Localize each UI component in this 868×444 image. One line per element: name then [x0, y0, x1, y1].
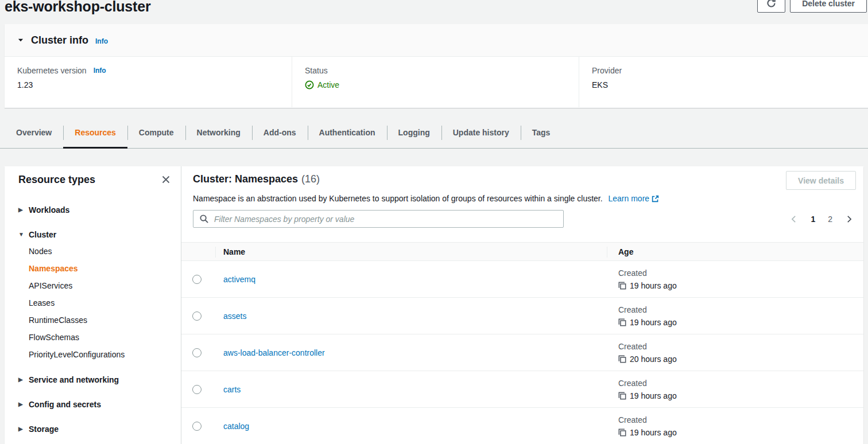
row-radio-aws-load-balancer-controller[interactable] [192, 348, 202, 357]
pagination-pages: 12 [807, 213, 836, 225]
provider-value: EKS [592, 80, 868, 89]
namespace-link-carts[interactable]: carts [223, 385, 241, 394]
namespaces-table-body: activemqCreated19 hours agoassetsCreated… [181, 261, 863, 444]
cluster-info-info-link[interactable]: Info [95, 37, 108, 45]
tab-add-ons[interactable]: Add-ons [252, 117, 308, 148]
tree-item-prioritylevelconfigurations[interactable]: PriorityLevelConfigurations [5, 350, 181, 360]
tab-tags[interactable]: Tags [521, 117, 562, 148]
resource-tree: ▶Workloads▼ClusterNodesNamespacesAPIServ… [5, 205, 181, 434]
tab-compute[interactable]: Compute [127, 117, 185, 148]
caret-right-icon: ▶ [18, 207, 24, 213]
table-row-aws-load-balancer-controller: aws-load-balancer-controllerCreated20 ho… [181, 334, 863, 371]
tree-section-workloads[interactable]: ▶Workloads [5, 205, 181, 215]
namespace-link-assets[interactable]: assets [223, 311, 246, 321]
tree-section-service-and-networking[interactable]: ▶Service and networking [5, 375, 181, 384]
copy-icon[interactable] [618, 355, 626, 363]
created-label: Created [618, 379, 647, 388]
table-row-catalog: catalogCreated19 hours ago [181, 408, 863, 444]
namespaces-table: Name Age activemqCreated19 hours agoasse… [181, 242, 863, 444]
tree-section-label: Workloads [29, 205, 69, 215]
tree-item-runtimeclasses[interactable]: RuntimeClasses [5, 316, 181, 325]
table-row-assets: assetsCreated19 hours ago [181, 298, 863, 334]
kubernetes-version-label: Kubernetes version [17, 66, 87, 75]
age-value: 19 hours ago [630, 391, 677, 400]
tab-overview[interactable]: Overview [5, 117, 63, 148]
previous-page-icon[interactable] [786, 212, 801, 227]
tab-networking[interactable]: Networking [185, 117, 252, 148]
tree-section-label: Config and secrets [29, 400, 101, 409]
created-label: Created [618, 342, 647, 351]
cluster-info-card: Cluster info Info Kubernetes version Inf… [5, 24, 868, 108]
provider-label: Provider [592, 66, 868, 75]
copy-icon[interactable] [618, 282, 626, 290]
tree-section-cluster[interactable]: ▼Cluster [5, 229, 181, 239]
learn-more-link[interactable]: Learn more [609, 194, 660, 203]
caret-down-icon: ▼ [18, 231, 24, 237]
copy-icon[interactable] [618, 318, 626, 326]
tab-logging[interactable]: Logging [387, 117, 441, 148]
filter-namespaces-input[interactable] [193, 210, 564, 228]
age-value: 20 hours ago [630, 355, 677, 364]
age-value: 19 hours ago [630, 318, 677, 327]
namespaces-description-text: Namespace is an abstraction used by Kube… [193, 194, 603, 203]
row-radio-carts[interactable] [192, 385, 202, 394]
row-radio-activemq[interactable] [192, 275, 202, 284]
tree-section-label: Storage [29, 424, 59, 434]
tree-item-leases[interactable]: Leases [5, 298, 181, 308]
row-radio-assets[interactable] [192, 311, 202, 321]
tree-item-namespaces[interactable]: Namespaces [5, 264, 181, 274]
close-icon[interactable] [161, 175, 170, 184]
cluster-info-title: Cluster info [31, 34, 88, 46]
status-label: Status [305, 66, 579, 75]
copy-icon[interactable] [618, 429, 626, 437]
row-radio-catalog[interactable] [192, 422, 202, 431]
tree-section-label: Service and networking [29, 375, 119, 384]
page-number-2[interactable]: 2 [824, 213, 836, 225]
check-circle-icon [305, 80, 314, 89]
page-number-1[interactable]: 1 [807, 213, 819, 225]
namespace-link-catalog[interactable]: catalog [223, 422, 249, 431]
tab-resources[interactable]: Resources [63, 117, 127, 148]
kubernetes-version-info-link[interactable]: Info [94, 67, 106, 75]
column-header-age[interactable]: Age [607, 243, 863, 260]
table-row-activemq: activemqCreated19 hours ago [181, 261, 863, 298]
pagination: 12 [786, 212, 857, 227]
table-row-carts: cartsCreated19 hours ago [181, 371, 863, 408]
provider-field: Provider EKS [579, 57, 868, 107]
status-field: Status Active [292, 57, 579, 107]
namespaces-table-header: Name Age [181, 242, 863, 261]
namespace-link-aws-load-balancer-controller[interactable]: aws-load-balancer-controller [223, 348, 325, 357]
tree-section-storage[interactable]: ▶Storage [5, 424, 181, 434]
refresh-icon [766, 0, 776, 8]
page-title: eks-workshop-cluster [5, 0, 150, 15]
tabs: OverviewResourcesComputeNetworkingAdd-on… [0, 117, 868, 149]
resource-types-title: Resource types [18, 174, 95, 186]
tree-section-config-and-secrets[interactable]: ▶Config and secrets [5, 399, 181, 409]
refresh-button[interactable] [757, 0, 785, 13]
tree-item-nodes[interactable]: Nodes [5, 247, 181, 256]
header-actions: Delete cluster [757, 0, 867, 13]
tab-authentication[interactable]: Authentication [308, 117, 387, 148]
namespaces-count: (16) [301, 173, 320, 185]
resources-content-card: Resource types ▶Workloads▼ClusterNodesNa… [5, 166, 863, 444]
caret-down-icon [17, 37, 24, 44]
kubernetes-version-value: 1.23 [17, 80, 292, 89]
tree-item-apiservices[interactable]: APIServices [5, 281, 181, 291]
status-badge: Active [317, 80, 339, 89]
search-icon [200, 215, 208, 223]
external-link-icon [652, 195, 659, 202]
created-label: Created [618, 268, 647, 278]
column-header-name[interactable]: Name [215, 243, 607, 260]
delete-cluster-button[interactable]: Delete cluster [790, 0, 867, 13]
tab-update-history[interactable]: Update history [441, 117, 521, 148]
caret-right-icon: ▶ [18, 426, 24, 432]
cluster-info-header[interactable]: Cluster info Info [5, 24, 868, 57]
created-label: Created [618, 305, 647, 314]
view-details-button[interactable]: View details [786, 171, 856, 190]
tree-item-flowschemas[interactable]: FlowSchemas [5, 333, 181, 342]
namespace-link-activemq[interactable]: activemq [223, 275, 255, 284]
resource-types-panel: Resource types ▶Workloads▼ClusterNodesNa… [5, 166, 181, 444]
created-label: Created [618, 415, 647, 424]
copy-icon[interactable] [618, 392, 626, 400]
next-page-icon[interactable] [842, 212, 857, 227]
